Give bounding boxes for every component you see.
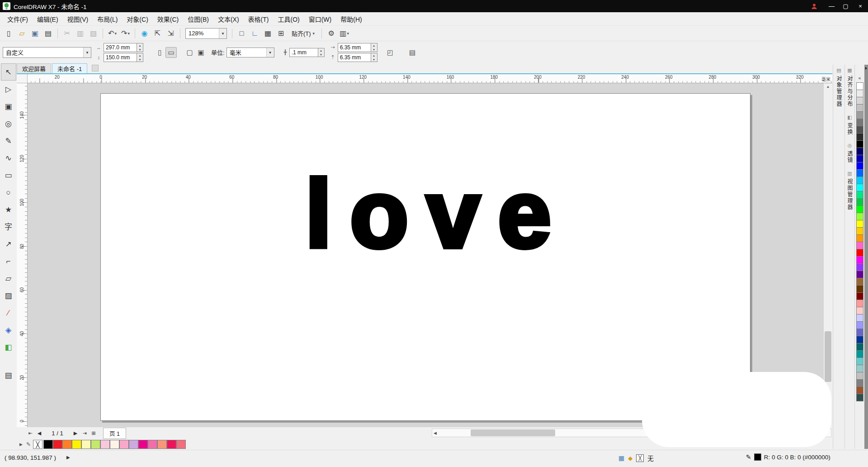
color-swatch[interactable]	[856, 394, 863, 401]
color-swatch[interactable]	[856, 256, 863, 264]
menu-item[interactable]: 工具(O)	[273, 12, 304, 26]
color-swatch[interactable]	[148, 440, 157, 449]
horizontal-ruler[interactable]: 2002040608010012014016018020022024026028…	[28, 74, 832, 83]
menu-item[interactable]: 效果(C)	[153, 12, 183, 26]
color-swatch[interactable]	[856, 126, 863, 133]
color-eyedropper-tool[interactable]: ∕	[1, 304, 16, 321]
color-swatch[interactable]	[72, 440, 81, 449]
color-swatch[interactable]	[856, 119, 863, 126]
new-tab-button[interactable]	[92, 65, 99, 71]
docker-collapse-strip[interactable]	[864, 65, 868, 449]
color-swatch[interactable]	[856, 357, 863, 365]
show-rulers-button[interactable]: ∟	[249, 28, 261, 39]
color-swatch[interactable]	[91, 440, 100, 449]
docker-tab-view-manager[interactable]: ▥ 视图管理器	[845, 168, 854, 215]
color-swatch[interactable]	[856, 386, 863, 394]
ellipse-tool[interactable]: ○	[1, 184, 16, 201]
menu-item[interactable]: 位图(B)	[183, 12, 213, 26]
snap-toggle-button[interactable]: ⊞	[275, 28, 287, 39]
color-swatch[interactable]	[856, 169, 863, 177]
freehand-tool[interactable]: ✎	[1, 132, 16, 149]
color-swatch[interactable]	[856, 242, 863, 249]
chevron-down-icon[interactable]: ▾	[219, 29, 226, 38]
color-swatch[interactable]	[856, 234, 863, 242]
palette-flyout-icon[interactable]: ▶	[18, 442, 24, 447]
current-page-button[interactable]: ▣	[195, 47, 207, 58]
page-1-tab[interactable]: 页 1	[103, 428, 126, 439]
scroll-left-icon[interactable]: ◀	[434, 431, 437, 435]
duplicate-x-spinner[interactable]: 6.35 mm ▴▾	[338, 43, 377, 52]
search-content-button[interactable]: ◉	[138, 28, 151, 39]
color-swatch[interactable]	[856, 307, 863, 315]
prev-page-button[interactable]: ◀	[35, 429, 43, 437]
color-swatch[interactable]	[856, 198, 863, 206]
menu-item[interactable]: 布局(L)	[93, 12, 122, 26]
drop-shadow-tool[interactable]: ▱	[1, 270, 16, 287]
color-swatch[interactable]	[856, 184, 863, 191]
last-page-button[interactable]: ⇥	[80, 429, 89, 437]
pick-tool[interactable]: ↖	[1, 63, 16, 81]
color-swatch[interactable]	[856, 350, 863, 358]
color-swatch[interactable]	[62, 440, 72, 449]
undo-button[interactable]: ↶▾	[106, 28, 118, 39]
eyedropper-icon[interactable]: ✎	[25, 441, 32, 448]
copy-button[interactable]: ▥	[74, 28, 86, 39]
chevron-down-icon[interactable]: ▾	[127, 31, 130, 36]
color-swatch[interactable]	[856, 227, 863, 235]
all-pages-button[interactable]: ▢	[184, 47, 195, 58]
color-swatch[interactable]	[167, 440, 176, 449]
color-swatch[interactable]	[856, 300, 863, 307]
color-swatch[interactable]	[856, 372, 863, 380]
ruler-origin-button[interactable]	[17, 74, 28, 83]
menu-item[interactable]: 文本(X)	[213, 12, 244, 26]
duplicate-y-spinner[interactable]: 6.35 mm ▴▾	[338, 53, 377, 62]
portrait-button[interactable]: ▯	[154, 47, 165, 58]
color-swatch[interactable]	[856, 249, 863, 257]
color-swatch[interactable]	[43, 440, 53, 449]
chevron-down-icon[interactable]: ▾	[266, 48, 274, 57]
menu-item[interactable]: 表格(T)	[244, 12, 274, 26]
save-button[interactable]: ▣	[29, 28, 41, 39]
chevron-down-icon[interactable]: ▾	[114, 31, 117, 36]
show-grid-button[interactable]: ▦	[262, 28, 274, 39]
color-swatch[interactable]	[856, 263, 863, 271]
color-swatch[interactable]	[100, 440, 110, 449]
cut-button[interactable]: ✂	[61, 28, 73, 39]
connector-tool[interactable]: ⌐	[1, 253, 16, 270]
color-swatch[interactable]	[856, 321, 863, 329]
dimension-tool[interactable]: ↗	[1, 235, 16, 253]
transparency-tool[interactable]: ▨	[1, 287, 16, 304]
clipboard-panel-button[interactable]: ▤	[1, 367, 16, 384]
vertical-ruler[interactable]: 140120100806040200	[17, 83, 28, 427]
menu-item[interactable]: 帮助(H)	[336, 12, 366, 26]
close-button[interactable]: ×	[853, 0, 868, 12]
paste-button[interactable]: ▧	[87, 28, 99, 39]
scroll-up-icon[interactable]: ▴	[824, 84, 832, 89]
print-button[interactable]: ▤	[42, 28, 54, 39]
color-swatch[interactable]	[856, 191, 863, 199]
color-swatch[interactable]	[856, 292, 863, 300]
zoom-tool[interactable]: ◎	[1, 115, 16, 132]
color-swatch[interactable]	[157, 440, 167, 449]
color-swatch[interactable]	[856, 111, 863, 119]
color-swatch[interactable]	[856, 329, 863, 336]
spin-up-icon[interactable]: ▴	[137, 43, 143, 48]
page-width-spinner[interactable]: 297.0 mm ▴▾	[104, 43, 143, 52]
first-page-button[interactable]: ⇤	[26, 429, 34, 437]
menu-item[interactable]: 对象(C)	[122, 12, 152, 26]
color-swatch[interactable]	[856, 336, 863, 343]
palette-collapse-icon[interactable]: «	[859, 76, 861, 81]
smart-fill-tool[interactable]: ◧	[1, 338, 16, 356]
color-swatch[interactable]	[856, 104, 863, 112]
spin-up-icon[interactable]: ▴	[318, 48, 324, 52]
spin-up-icon[interactable]: ▴	[371, 43, 377, 48]
clipboard-options-button[interactable]: ▤	[407, 47, 418, 58]
docker-tab-lens[interactable]: ◎ 透镜	[845, 140, 854, 168]
artistic-media-tool[interactable]: ∿	[1, 149, 16, 167]
spin-down-icon[interactable]: ▾	[137, 48, 143, 52]
minimize-button[interactable]: —	[825, 0, 839, 12]
fullscreen-preview-button[interactable]: □	[236, 28, 248, 39]
options-button[interactable]: ⚙	[325, 28, 337, 39]
docker-tab-transform[interactable]: ◧ 变换	[845, 112, 854, 140]
tab-welcome-screen[interactable]: 欢迎屏幕	[17, 63, 51, 73]
